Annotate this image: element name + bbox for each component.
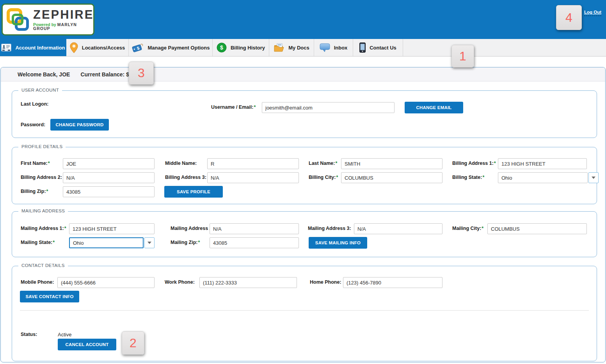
tab-label: Manage Payment Options — [148, 45, 210, 51]
status-label: Status: — [21, 332, 37, 337]
first-name-label: First Name:* — [21, 161, 50, 166]
billing-state-select[interactable]: Ohio — [498, 172, 599, 183]
mailing-address-2-label: Mailing Address 2: — [171, 226, 214, 231]
required-asterisk: * — [254, 104, 256, 110]
tab-locations-access[interactable]: Locations/Access — [66, 39, 129, 56]
required-asterisk: * — [336, 175, 338, 180]
mobile-phone-input[interactable] — [57, 277, 155, 288]
chevron-down-icon — [148, 242, 151, 244]
mailing-address-3-input[interactable] — [354, 223, 443, 234]
map-pin-icon — [70, 42, 78, 53]
billing-city-input[interactable] — [341, 172, 443, 183]
chevron-down-icon — [592, 177, 595, 179]
billing-state-dropdown-button[interactable] — [588, 172, 599, 183]
mailing-state-dropdown-button[interactable] — [144, 237, 155, 248]
required-asterisk: * — [53, 240, 55, 245]
mailing-address-legend: MAILING ADDRESS — [18, 209, 68, 213]
mailing-state-select[interactable]: Ohio — [69, 237, 155, 248]
mailing-zip-label: Mailing Zip:* — [171, 240, 200, 245]
billing-address-1-label: Billing Address 1:* — [452, 161, 496, 166]
mailing-address-1-input[interactable] — [69, 223, 155, 234]
billing-address-3-input[interactable] — [207, 172, 299, 183]
tab-label: Locations/Access — [82, 45, 125, 51]
billing-address-2-label: Billing Address 2: — [21, 175, 62, 180]
change-password-button[interactable]: CHANGE PASSWORD — [50, 119, 109, 131]
phone-icon — [359, 42, 366, 53]
contact-details-section: CONTACT DETAILS Mobile Phone: Work Phone… — [12, 266, 597, 361]
user-account-legend: USER ACCOUNT — [18, 88, 62, 92]
profile-details-section: PROFILE DETAILS First Name:* Middle Name… — [12, 147, 597, 204]
profile-details-legend: PROFILE DETAILS — [18, 144, 66, 149]
billing-state-value: Ohio — [498, 172, 588, 183]
mailing-city-input[interactable] — [487, 223, 587, 234]
mailing-address-2-input[interactable] — [210, 223, 299, 234]
save-mailing-info-button[interactable]: SAVE MAILING INFO — [309, 237, 367, 249]
billing-state-label: Billing State:* — [452, 175, 484, 180]
annotation-marker-2: 2 — [122, 331, 144, 355]
logo-square-green — [12, 14, 23, 25]
tab-label: Contact Us — [370, 45, 396, 51]
tab-label: My Docs — [288, 45, 309, 51]
save-contact-info-button[interactable]: SAVE CONTACT INFO — [20, 291, 79, 302]
dollar-circle-icon: $ — [217, 42, 227, 53]
welcome-bar: Welcome Back, JOE Current Balance: $0.00 — [1, 67, 605, 81]
section-divider — [20, 310, 589, 311]
annotation-marker-1: 1 — [451, 45, 474, 67]
required-asterisk: * — [48, 161, 50, 166]
middle-name-label: Middle Name: — [165, 161, 197, 166]
tab-label: Account Information — [15, 45, 65, 51]
required-asterisk: * — [482, 175, 484, 180]
last-logon-label: Last Logon: — [21, 101, 49, 107]
required-asterisk: * — [198, 240, 200, 245]
tab-contact-us[interactable]: Contact Us — [353, 39, 403, 56]
cancel-account-button[interactable]: CANCEL ACCOUNT — [58, 339, 116, 350]
mailing-state-label: Mailing State:* — [21, 240, 55, 245]
required-asterisk: * — [494, 161, 496, 166]
required-asterisk: * — [46, 189, 48, 194]
id-card-icon — [1, 44, 11, 51]
tab-inbox[interactable]: Inbox — [314, 39, 353, 56]
log-out-link[interactable]: Log Out — [584, 10, 601, 16]
change-email-button[interactable]: CHANGE EMAIL — [405, 102, 463, 113]
mobile-phone-label: Mobile Phone: — [21, 279, 54, 285]
contact-details-legend: CONTACT DETAILS — [18, 263, 68, 268]
logo-text: ZEPHIRE Powered by MARLYN GROUP — [33, 9, 94, 31]
mailing-zip-input[interactable] — [210, 237, 299, 248]
billing-zip-input[interactable] — [63, 186, 155, 197]
password-label: Password: — [21, 122, 45, 127]
work-phone-input[interactable] — [199, 277, 297, 288]
username-email-input[interactable] — [262, 102, 395, 113]
save-profile-button[interactable]: SAVE PROFILE — [164, 186, 223, 198]
tab-account-information[interactable]: Account Information — [0, 39, 66, 56]
brand-name: ZEPHIRE — [33, 9, 94, 21]
tab-manage-payment-options[interactable]: $ Manage Payment Options — [129, 39, 213, 56]
top-header: ZEPHIRE Powered by MARLYN GROUP Log Out — [0, 0, 606, 39]
main-navigation: Account Information Locations/Access $ M… — [0, 39, 606, 57]
first-name-input[interactable] — [63, 158, 155, 169]
last-name-input[interactable] — [341, 158, 443, 169]
account-information-page: ZEPHIRE Powered by MARLYN GROUP Log Out — [0, 0, 606, 364]
tab-my-docs[interactable]: My Docs — [269, 39, 314, 56]
required-asterisk: * — [335, 161, 337, 166]
welcome-message: Welcome Back, JOE — [18, 71, 70, 78]
middle-name-input[interactable] — [207, 158, 299, 169]
zephire-logo-icon — [7, 7, 29, 32]
user-account-section: USER ACCOUNT Last Logon: Username / Emai… — [12, 90, 597, 138]
svg-text:$: $ — [220, 44, 223, 51]
speech-bubble-icon — [320, 43, 330, 52]
work-phone-label: Work Phone: — [165, 279, 195, 285]
mailing-address-3-label: Mailing Address 3: — [308, 226, 351, 231]
billing-address-1-input[interactable] — [498, 158, 587, 169]
username-email-label: Username / Email:* — [211, 104, 256, 110]
folder-icon — [274, 43, 284, 52]
tab-label: Billing History — [231, 45, 265, 51]
tab-label: Inbox — [334, 45, 348, 51]
required-asterisk: * — [64, 226, 66, 231]
mailing-state-value: Ohio — [69, 237, 144, 248]
required-asterisk: * — [482, 226, 483, 231]
billing-address-2-input[interactable] — [63, 172, 155, 183]
mailing-address-1-label: Mailing Address 1:* — [21, 226, 66, 231]
mailing-city-label: Mailing City:* — [452, 226, 483, 231]
home-phone-input[interactable] — [343, 277, 443, 288]
tab-billing-history[interactable]: $ Billing History — [213, 39, 269, 56]
